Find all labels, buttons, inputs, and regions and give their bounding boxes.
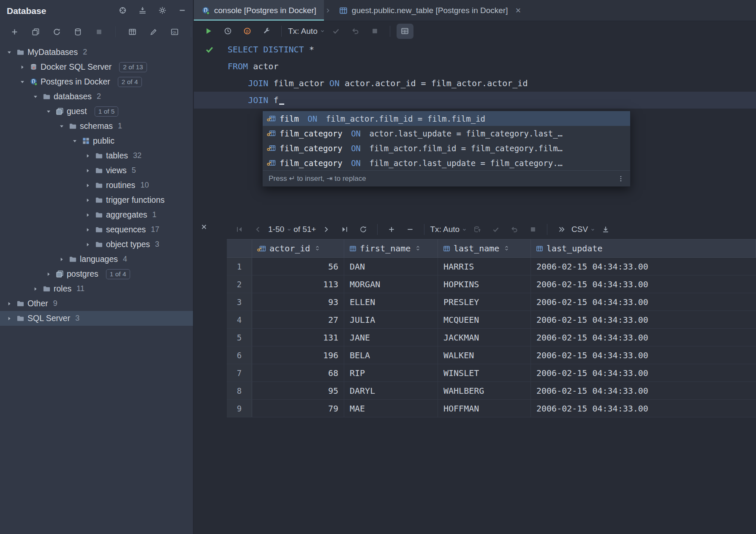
export-button[interactable] xyxy=(597,222,614,237)
chevron-right-icon[interactable] xyxy=(44,271,53,277)
cell-last-name[interactable]: WALKEN xyxy=(438,346,531,364)
code-line-1[interactable]: SELECT DISTINCT * xyxy=(194,41,756,58)
chevron-down-icon[interactable] xyxy=(31,94,40,100)
code-line-4[interactable]: JOIN f xyxy=(194,92,756,109)
export-format-dropdown[interactable]: CSV xyxy=(571,222,596,237)
next-page-button[interactable] xyxy=(318,222,334,237)
locate-button[interactable] xyxy=(119,6,127,16)
cell-first-name[interactable]: DARYL xyxy=(344,382,438,399)
cell-last-name[interactable]: WAHLBERG xyxy=(438,382,531,399)
cell-last-update[interactable]: 2006-02-15 04:34:33.00 xyxy=(531,382,756,399)
cell-last-name[interactable]: PRESLEY xyxy=(438,293,531,311)
previous-page-button[interactable] xyxy=(250,222,267,237)
chevron-right-icon[interactable] xyxy=(57,256,66,262)
first-page-button[interactable] xyxy=(231,222,248,237)
cell-actor-id[interactable]: 196 xyxy=(252,346,344,364)
duplicate-button[interactable] xyxy=(27,24,44,39)
cell-actor-id[interactable]: 93 xyxy=(252,293,344,311)
cell-last-update[interactable]: 2006-02-15 04:34:33.00 xyxy=(531,346,756,364)
cell-last-update[interactable]: 2006-02-15 04:34:33.00 xyxy=(531,400,756,417)
code-line-3[interactable]: JOIN film_actor ON actor.actor_id = film… xyxy=(194,75,756,92)
history-button[interactable] xyxy=(219,24,236,39)
hidden-tabs-button[interactable] xyxy=(324,0,332,21)
tree-item-sequences[interactable]: sequences17 xyxy=(0,222,193,237)
cell-actor-id[interactable]: 95 xyxy=(252,382,344,399)
row-number[interactable]: 6 xyxy=(227,346,252,364)
chevron-down-icon[interactable] xyxy=(5,49,14,55)
column-header-first-name[interactable]: first_name xyxy=(344,240,438,257)
configure-button[interactable] xyxy=(258,24,275,39)
completion-item-4[interactable]: film_category ON film_actor.last_update … xyxy=(263,155,630,170)
chevron-down-icon[interactable] xyxy=(44,109,53,114)
tree-item-tables[interactable]: tables32 xyxy=(0,148,193,163)
chevron-right-icon[interactable] xyxy=(84,197,92,203)
reload-button[interactable] xyxy=(355,222,372,237)
tx-mode-dropdown[interactable]: Tx: Auto xyxy=(288,24,325,39)
chevron-right-icon[interactable] xyxy=(84,168,92,174)
row-number[interactable]: 7 xyxy=(227,364,252,381)
more-button[interactable] xyxy=(553,222,570,237)
rollback-button[interactable] xyxy=(347,24,364,39)
column-header-last-name[interactable]: last_name xyxy=(438,240,531,257)
tree-item-docker-sql-server[interactable]: Docker SQL Server2 of 13 xyxy=(0,60,193,74)
row-number[interactable]: 1 xyxy=(227,258,252,275)
cell-first-name[interactable]: ELLEN xyxy=(344,293,438,311)
row-number[interactable]: 8 xyxy=(227,382,252,399)
cell-last-name[interactable]: HARRIS xyxy=(438,258,531,275)
cell-actor-id[interactable]: 79 xyxy=(252,400,344,417)
cell-first-name[interactable]: JANE xyxy=(344,329,438,346)
cell-first-name[interactable]: JULIA xyxy=(344,311,438,328)
open-table-button[interactable] xyxy=(124,24,141,39)
tree-item-views[interactable]: views5 xyxy=(0,163,193,178)
cell-last-update[interactable]: 2006-02-15 04:34:33.00 xyxy=(531,364,756,381)
new-datasource-button[interactable] xyxy=(6,24,23,39)
row-number[interactable]: 5 xyxy=(227,329,252,346)
rollback-button[interactable] xyxy=(506,222,523,237)
cell-actor-id[interactable]: 68 xyxy=(252,364,344,381)
close-results-button[interactable] xyxy=(200,223,208,231)
page-range-dropdown[interactable]: 1-50 xyxy=(268,222,292,237)
add-row-button[interactable] xyxy=(383,222,400,237)
chevron-down-icon[interactable] xyxy=(71,138,79,144)
completion-item-2[interactable]: film_category ON actor.last_update = fil… xyxy=(263,126,630,141)
cell-last-name[interactable]: MCQUEEN xyxy=(438,311,531,328)
tree-item-object-types[interactable]: object types3 xyxy=(0,237,193,252)
tree-item-postgres-in-docker[interactable]: Postgres in Docker2 of 4 xyxy=(0,74,193,89)
tree-item-databases[interactable]: databases2 xyxy=(0,89,193,104)
cell-first-name[interactable]: DAN xyxy=(344,258,438,275)
code-line-2[interactable]: FROM actor xyxy=(194,58,756,75)
chevron-down-icon[interactable] xyxy=(18,79,27,85)
tree-item-public[interactable]: public xyxy=(0,134,193,148)
modify-button[interactable] xyxy=(145,24,162,39)
cancel-button[interactable] xyxy=(367,24,383,39)
tree-item-other[interactable]: Other9 xyxy=(0,296,193,311)
run-button[interactable] xyxy=(200,24,217,39)
datasource-properties-button[interactable] xyxy=(69,24,86,39)
chevron-right-icon[interactable] xyxy=(18,64,27,70)
cell-first-name[interactable]: BELA xyxy=(344,346,438,364)
tree-item-routines[interactable]: routines10 xyxy=(0,178,193,193)
delete-row-button[interactable] xyxy=(402,222,419,237)
completion-item-1[interactable]: film ON film_actor.film_id = film.film_i… xyxy=(263,111,630,126)
cell-last-name[interactable]: HOPKINS xyxy=(438,275,531,293)
cell-actor-id[interactable]: 27 xyxy=(252,311,344,328)
cell-first-name[interactable]: MAE xyxy=(344,400,438,417)
cancel-button[interactable] xyxy=(525,222,541,237)
row-number[interactable]: 2 xyxy=(227,275,252,293)
cell-first-name[interactable]: MORGAN xyxy=(344,275,438,293)
cell-actor-id[interactable]: 131 xyxy=(252,329,344,346)
cell-last-name[interactable]: JACKMAN xyxy=(438,329,531,346)
postgres-session-button[interactable]: p xyxy=(239,24,256,39)
cell-last-name[interactable]: HOFFMAN xyxy=(438,400,531,417)
tab-console[interactable]: console [Postgres in Docker] xyxy=(194,0,324,21)
chevron-right-icon[interactable] xyxy=(84,153,92,159)
in-editor-results-toggle[interactable] xyxy=(397,24,413,39)
column-header-actor-id[interactable]: actor_id xyxy=(252,240,344,257)
tree-item-sql-server[interactable]: SQL Server3 xyxy=(0,311,193,326)
chevron-right-icon[interactable] xyxy=(5,316,14,321)
row-number[interactable]: 9 xyxy=(227,400,252,417)
submit-button[interactable] xyxy=(469,222,486,237)
kebab-menu-icon[interactable] xyxy=(617,175,624,182)
cell-last-update[interactable]: 2006-02-15 04:34:33.00 xyxy=(531,293,756,311)
chevron-right-icon[interactable] xyxy=(5,301,14,307)
